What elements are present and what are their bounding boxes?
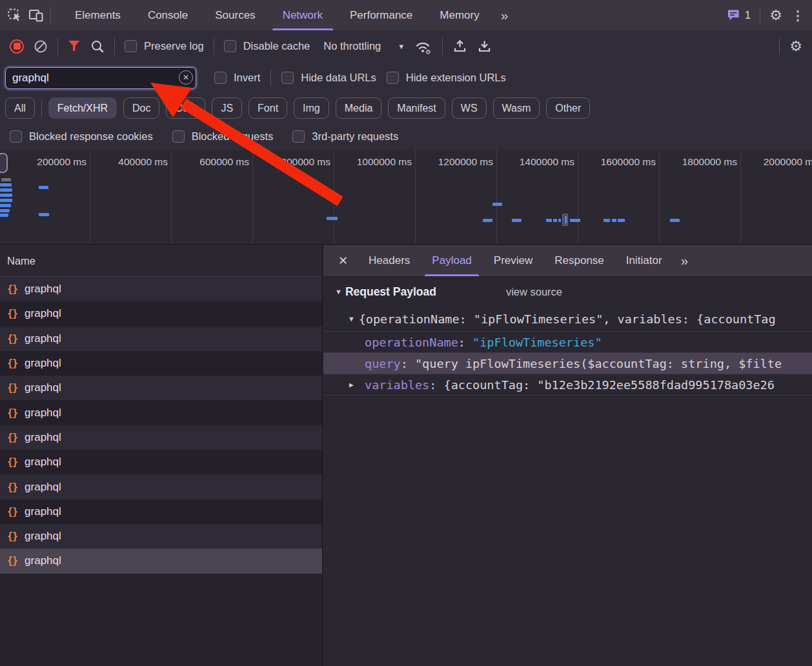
request-row[interactable]: {}graphql xyxy=(0,400,322,425)
type-filter-js[interactable]: JS xyxy=(212,97,242,119)
toolbar-divider xyxy=(779,38,780,55)
import-har-icon[interactable] xyxy=(452,39,467,54)
type-filter-all[interactable]: All xyxy=(5,97,35,119)
blocked-requests-checkbox[interactable] xyxy=(172,130,185,143)
blocked-requests-control: Blocked requests xyxy=(172,130,274,143)
payload-entry-operationname[interactable]: operationName: "ipFlowTimeseries" xyxy=(323,331,812,353)
type-filter-css[interactable]: CSS xyxy=(166,97,205,119)
request-row[interactable]: {}graphql xyxy=(0,474,322,499)
type-filter-doc[interactable]: Doc xyxy=(123,97,159,119)
search-icon[interactable] xyxy=(90,39,105,54)
tab-memory[interactable]: Memory xyxy=(426,0,492,30)
hide-data-urls-checkbox[interactable] xyxy=(281,72,294,84)
tab-console[interactable]: Console xyxy=(134,0,201,30)
blocked-response-cookies-checkbox[interactable] xyxy=(10,130,22,143)
timeline-gridline xyxy=(171,150,172,244)
more-detail-tabs-icon[interactable]: » xyxy=(673,245,695,276)
disable-cache-checkbox[interactable] xyxy=(224,40,236,52)
type-filter-row: All Fetch/XHRDocCSSJSFontImgMediaManifes… xyxy=(0,94,812,123)
request-row[interactable]: {}graphql xyxy=(0,524,322,549)
record-network-log-button[interactable] xyxy=(10,39,24,54)
tab-performance[interactable]: Performance xyxy=(336,0,426,30)
collapse-triangle-icon[interactable]: ▼ xyxy=(349,315,354,323)
type-filter-manifest[interactable]: Manifest xyxy=(388,97,445,119)
timeline-gridline xyxy=(496,150,497,244)
payload-entry-query[interactable]: query: "query ipFlowTimeseries($accountT… xyxy=(323,353,812,374)
view-source-link[interactable]: view source xyxy=(506,286,562,298)
type-filter-ws[interactable]: WS xyxy=(452,97,487,119)
request-timing-bar xyxy=(670,219,680,222)
throttling-dropdown[interactable]: No throttling ▼ xyxy=(323,40,405,52)
clear-filter-icon[interactable]: ✕ xyxy=(179,70,193,85)
timeline-tick-label: 400000 ms xyxy=(118,156,168,168)
timeline-left-handle[interactable] xyxy=(0,153,8,173)
request-row[interactable]: {}graphql xyxy=(0,277,322,301)
blocked-response-cookies-label: Blocked response cookies xyxy=(29,130,153,143)
3rd-party-requests-checkbox[interactable] xyxy=(292,130,305,143)
detail-tab-preview[interactable]: Preview xyxy=(483,245,543,276)
settings-gear-icon[interactable]: ⚙ xyxy=(769,8,782,23)
3rd-party-requests-control: 3rd-party requests xyxy=(292,130,398,143)
payload-entry-variables[interactable]: ▶variables: {accountTag: "b12e3b2192ee55… xyxy=(323,374,812,396)
detail-tab-initiator[interactable]: Initiator xyxy=(615,245,673,276)
type-filter-media[interactable]: Media xyxy=(336,97,382,119)
type-filter-wasm[interactable]: Wasm xyxy=(493,97,540,119)
request-timing-bar xyxy=(0,194,12,197)
detail-tab-response[interactable]: Response xyxy=(543,245,615,276)
name-column-header[interactable]: Name xyxy=(0,245,322,277)
type-filter-img[interactable]: Img xyxy=(294,97,329,119)
type-filter-font[interactable]: Font xyxy=(249,97,287,119)
request-row[interactable]: {}graphql xyxy=(0,301,322,326)
network-conditions-icon[interactable]: ⚙ xyxy=(414,39,432,54)
request-row[interactable]: {}graphql xyxy=(0,327,322,351)
marker-line xyxy=(565,216,567,223)
timeline-gridline xyxy=(659,150,660,244)
timeline-tick-label: 2000000 ms xyxy=(764,156,812,168)
tab-sources[interactable]: Sources xyxy=(201,0,269,30)
clear-network-log-icon[interactable] xyxy=(34,39,48,54)
collapse-triangle-icon[interactable]: ▼ xyxy=(335,288,342,296)
preserve-log-checkbox[interactable] xyxy=(125,40,137,52)
payload-colon: : xyxy=(429,378,443,392)
network-settings-gear-icon[interactable]: ⚙ xyxy=(789,39,802,54)
request-row[interactable]: {}graphql xyxy=(0,549,322,573)
request-name: graphql xyxy=(25,381,61,394)
request-name: graphql xyxy=(25,505,61,518)
tab-network[interactable]: Network xyxy=(269,0,336,30)
device-toolbar-icon[interactable] xyxy=(28,8,44,23)
timeline-tick-label: 200000 ms xyxy=(37,156,86,168)
timeline-gridline xyxy=(415,150,416,244)
invert-checkbox[interactable] xyxy=(214,72,227,84)
payload-colon: : xyxy=(458,336,472,349)
expand-arrow-icon[interactable]: ▶ xyxy=(349,381,354,389)
timeline-overview[interactable]: 200000 ms400000 ms600000 ms800000 ms1000… xyxy=(0,150,812,245)
request-row[interactable]: {}graphql xyxy=(0,376,322,400)
request-row[interactable]: {}graphql xyxy=(0,425,322,450)
detail-tab-headers[interactable]: Headers xyxy=(358,245,421,276)
issues-counter[interactable]: 1 xyxy=(727,9,751,22)
request-row[interactable]: {}graphql xyxy=(0,450,322,474)
network-toolbar: Preserve log Disable cache No throttling… xyxy=(0,30,812,62)
more-tabs-icon[interactable]: » xyxy=(493,0,515,30)
close-details-icon[interactable]: ✕ xyxy=(329,245,358,276)
request-row[interactable]: {}graphql xyxy=(0,351,322,376)
timeline-tick-label: 1800000 ms xyxy=(682,156,737,168)
inspect-element-icon[interactable] xyxy=(8,8,22,23)
type-filter-fetch-xhr[interactable]: Fetch/XHR xyxy=(48,97,117,119)
options-strip: Blocked response cookiesBlocked requests… xyxy=(0,123,812,150)
filter-input[interactable] xyxy=(5,67,196,89)
hide-extension-urls-checkbox[interactable] xyxy=(387,72,399,84)
kebab-menu-icon[interactable]: ⋮ xyxy=(791,8,804,23)
type-filter-other[interactable]: Other xyxy=(546,97,590,119)
export-har-icon[interactable] xyxy=(477,39,492,54)
payload-key: variables xyxy=(365,378,429,392)
payload-root-row[interactable]: ▼ {operationName: "ipFlowTimeseries", va… xyxy=(323,307,812,331)
payload-key: query xyxy=(365,357,401,370)
timeline-selected-marker xyxy=(562,214,568,226)
timeline-tick-label: 1200000 ms xyxy=(438,156,493,168)
filter-funnel-icon[interactable] xyxy=(68,40,81,52)
request-timing-bar xyxy=(558,219,561,222)
request-row[interactable]: {}graphql xyxy=(0,500,322,524)
tab-elements[interactable]: Elements xyxy=(61,0,134,30)
detail-tab-payload[interactable]: Payload xyxy=(421,245,482,276)
